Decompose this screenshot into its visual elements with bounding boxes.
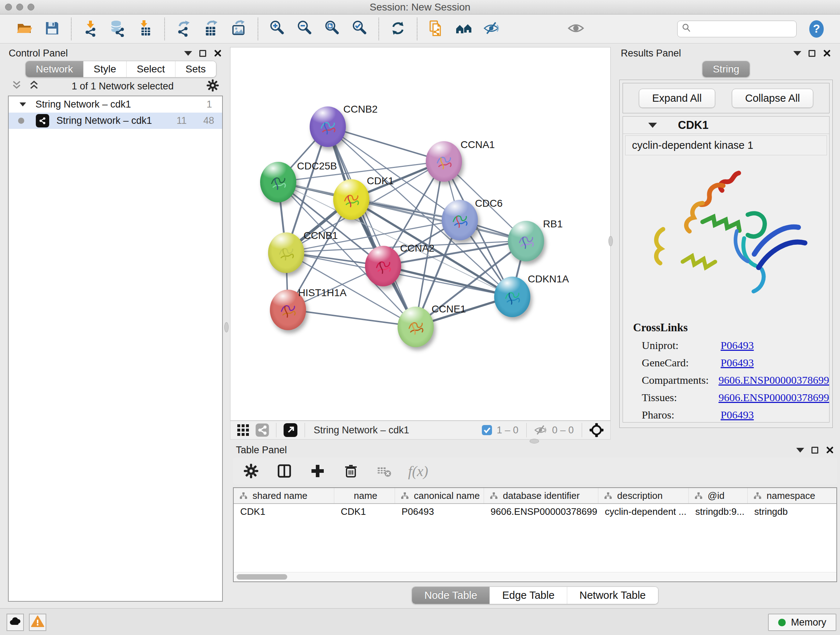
panel-menu-icon[interactable] <box>184 51 192 56</box>
tab-style[interactable]: Style <box>84 61 126 77</box>
import-network-button[interactable] <box>81 19 100 38</box>
birds-eye-toggle-icon[interactable] <box>255 423 270 437</box>
tab-network[interactable]: Network <box>26 61 84 77</box>
export-image-button[interactable] <box>229 19 248 38</box>
protein-card-header[interactable]: CDK1 <box>623 117 829 134</box>
column-header[interactable]: shared name <box>234 488 334 503</box>
panel-float-icon[interactable] <box>199 50 206 57</box>
table-cell[interactable]: P06493 <box>395 504 484 519</box>
first-neighbors-button[interactable] <box>454 19 473 38</box>
import-network-from-database-button[interactable] <box>109 19 127 38</box>
panel-menu-icon[interactable] <box>793 51 801 56</box>
column-header[interactable]: name <box>334 488 395 503</box>
cloud-status-button[interactable] <box>6 614 24 631</box>
bottom-splitter-handle[interactable] <box>530 439 539 443</box>
network-node-cdc6[interactable] <box>442 200 478 241</box>
network-node-cdkn1a[interactable] <box>494 277 531 317</box>
export-table-icon <box>202 19 220 38</box>
zoom-selected-button[interactable] <box>350 19 369 38</box>
collapse-protein-icon[interactable] <box>648 123 657 128</box>
tab-select[interactable]: Select <box>126 61 175 77</box>
network-node-ccna1[interactable] <box>426 141 462 182</box>
zoom-in-icon <box>268 19 286 38</box>
tab-network-table[interactable]: Network Table <box>567 587 658 604</box>
network-options-gear-icon[interactable] <box>205 78 220 94</box>
zoom-fit-button[interactable] <box>323 19 341 38</box>
birds-eye-crosshair-icon[interactable] <box>589 422 605 438</box>
network-node-ccne1[interactable] <box>398 307 434 347</box>
column-header[interactable]: canonical name <box>395 488 484 503</box>
protein-card: CDK1 cyclin-dependent kinase 1 <box>622 116 829 423</box>
network-edge[interactable] <box>383 266 512 296</box>
search-input[interactable] <box>692 23 790 35</box>
tab-string[interactable]: String <box>703 61 749 77</box>
network-canvas[interactable]: CCNB2 CCNA1 CDC25B CDK1 CDC6 RB1 CCNB1 C… <box>230 47 611 421</box>
network-node-ccnb1[interactable] <box>268 233 304 273</box>
network-row[interactable]: String Network – cdk1 11 48 <box>9 112 222 129</box>
column-header[interactable]: namespace <box>748 488 837 503</box>
open-session-button[interactable] <box>15 19 34 38</box>
warning-icon <box>31 615 44 630</box>
collapse-all-networks-icon[interactable] <box>11 80 22 93</box>
scrollbar-thumb[interactable] <box>237 574 287 580</box>
panel-close-icon[interactable] <box>823 49 831 57</box>
network-node-ccna2[interactable] <box>365 246 401 287</box>
expand-all-button[interactable]: Expand All <box>639 89 715 108</box>
save-session-button[interactable] <box>43 19 62 38</box>
table-cell[interactable]: CDK1 <box>234 504 334 519</box>
table-row[interactable]: CDK1CDK1P064939606.ENSP00000378699cyclin… <box>234 504 836 519</box>
collapse-all-button[interactable]: Collapse All <box>732 89 813 108</box>
selected-checkbox-icon[interactable] <box>482 424 493 435</box>
crosslink-link[interactable]: P06493 <box>721 339 754 352</box>
panel-menu-icon[interactable] <box>796 448 804 453</box>
column-header[interactable]: description <box>598 488 689 503</box>
network-node-rb1[interactable] <box>508 221 544 261</box>
network-edge[interactable] <box>288 310 415 326</box>
network-node-ccnb2[interactable] <box>309 106 346 147</box>
column-header[interactable]: @id <box>689 488 748 503</box>
export-table-button[interactable] <box>202 19 221 38</box>
tab-sets[interactable]: Sets <box>175 61 216 77</box>
memory-button[interactable]: Memory <box>768 614 836 631</box>
panel-close-icon[interactable] <box>213 49 222 57</box>
hide-selected-button[interactable] <box>482 19 501 38</box>
network-node-cdc25b[interactable] <box>260 162 296 203</box>
table-cell[interactable]: stringdb <box>748 504 837 519</box>
panel-float-icon[interactable] <box>812 447 818 454</box>
import-table-button[interactable] <box>136 19 155 38</box>
panel-float-icon[interactable] <box>808 50 815 57</box>
expand-all-networks-icon[interactable] <box>28 80 40 93</box>
table-options-gear-icon[interactable] <box>242 462 261 480</box>
right-splitter-handle[interactable] <box>608 236 613 246</box>
table-cell[interactable]: stringdb:9... <box>689 504 748 519</box>
panel-close-icon[interactable] <box>826 446 834 454</box>
table-cell[interactable]: cyclin-dependent ... <box>598 504 689 519</box>
left-splitter-handle[interactable] <box>224 322 229 333</box>
delete-column-icon[interactable] <box>341 462 360 480</box>
crosslink-link[interactable]: P06493 <box>721 409 754 421</box>
network-collection-row[interactable]: String Network – cdk1 1 <box>9 96 222 112</box>
column-header[interactable]: database identifier <box>484 488 598 503</box>
network-node-cdk1[interactable] <box>333 179 369 220</box>
show-columns-icon[interactable] <box>275 462 294 480</box>
table-horizontal-scrollbar[interactable] <box>234 572 836 581</box>
zoom-in-button[interactable] <box>268 19 286 38</box>
tab-node-table[interactable]: Node Table <box>412 587 490 604</box>
zoom-out-button[interactable] <box>295 19 314 38</box>
refresh-button[interactable] <box>388 19 407 38</box>
collection-expand-icon[interactable] <box>19 103 26 106</box>
tab-edge-table[interactable]: Edge Table <box>490 587 567 604</box>
help-button[interactable]: ? <box>807 19 826 39</box>
table-cell[interactable]: 9606.ENSP00000378699 <box>484 504 598 519</box>
export-network-button[interactable] <box>174 19 193 38</box>
crosslink-link[interactable]: 9606.ENSP00000378699 <box>718 374 829 386</box>
add-column-icon[interactable] <box>308 462 327 480</box>
open-in-browser-icon[interactable] <box>283 423 298 438</box>
table-cell[interactable]: CDK1 <box>334 504 395 519</box>
warnings-button[interactable] <box>29 614 46 631</box>
show-graphics-button[interactable] <box>567 19 585 38</box>
grid-view-icon[interactable] <box>236 423 250 437</box>
crosslink-link[interactable]: 9606.ENSP00000378699 <box>718 391 829 404</box>
crosslink-link[interactable]: P06493 <box>721 356 754 369</box>
clone-network-button[interactable] <box>427 19 446 38</box>
